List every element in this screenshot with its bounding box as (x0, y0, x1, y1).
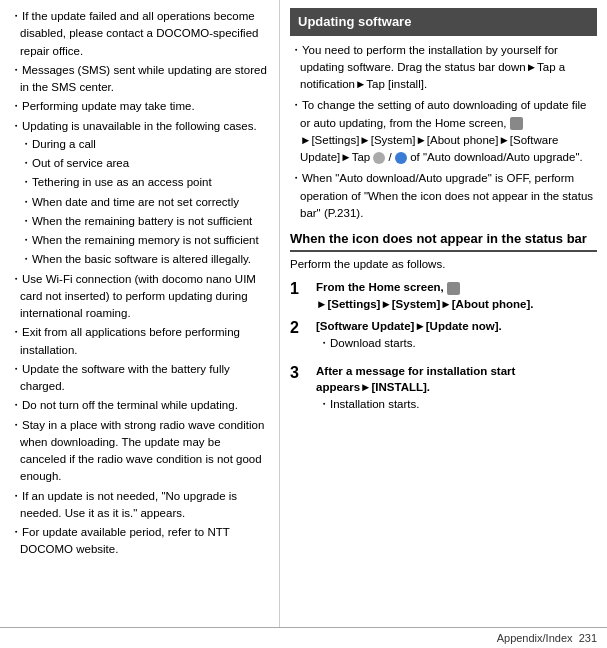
home-icon (510, 117, 523, 130)
bullet-item: You need to perform the installation by … (290, 42, 597, 94)
step-sub-item-3: Installation starts. (318, 396, 597, 412)
list-item: Stay in a place with strong radio wave c… (10, 417, 269, 486)
footer-label: Appendix/Index (497, 632, 573, 644)
perform-text: Perform the update as follows. (290, 256, 597, 273)
list-item: If an update is not needed, "No upgrade … (10, 488, 269, 523)
sub-list-item: When the remaining memory is not suffici… (20, 232, 269, 249)
step-number-3: 3 (290, 363, 310, 384)
footer-page: 231 (579, 632, 597, 644)
step-row-1: 1 From the Home screen, ►[Settings]►[Sys… (290, 279, 597, 311)
step-sub-item-2: Download starts. (318, 335, 597, 351)
step-text-3: After a message for installation start a… (316, 365, 515, 393)
home-icon-step (447, 282, 460, 295)
step-content-2: [Software Update]►[Update now]. Download… (316, 318, 597, 357)
subheader: When the icon does not appear in the sta… (290, 230, 597, 252)
sub-list-item: During a call (20, 136, 269, 153)
subheader-text: When the icon does not appear in the sta… (290, 231, 587, 246)
list-item: Exit from all applications before perfor… (10, 324, 269, 359)
step-content-3: After a message for installation start a… (316, 363, 597, 418)
list-item: For update available period, refer to NT… (10, 524, 269, 559)
step-text-2: [Software Update]►[Update now]. (316, 320, 502, 332)
step-number-1: 1 (290, 279, 310, 300)
step-row-2: 2 [Software Update]►[Update now]. Downlo… (290, 318, 597, 357)
list-item: Use Wi-Fi connection (with docomo nano U… (10, 271, 269, 323)
list-item: Messages (SMS) sent while updating are s… (10, 62, 269, 97)
toggle-off-icon (373, 152, 385, 164)
step-content-1: From the Home screen, ►[Settings]►[Syste… (316, 279, 597, 311)
left-list: If the update failed and all operations … (10, 8, 269, 559)
sub-list: During a call Out of service area Tether… (20, 136, 269, 269)
sub-list-item: Tethering in use as an access point (20, 174, 269, 191)
list-item: Update the software with the battery ful… (10, 361, 269, 396)
sub-list-item: Out of service area (20, 155, 269, 172)
footer: Appendix/Index 231 (0, 627, 607, 648)
main-content: If the update failed and all operations … (0, 0, 607, 627)
left-column: If the update failed and all operations … (0, 0, 280, 627)
list-item: If the update failed and all operations … (10, 8, 269, 60)
list-item: Updating is unavailable in the following… (10, 118, 269, 269)
step-sub-2: Download starts. (316, 335, 597, 351)
sub-list-item: When the remaining battery is not suffic… (20, 213, 269, 230)
sub-list-item: When the basic software is altered illeg… (20, 251, 269, 268)
step-row-3: 3 After a message for installation start… (290, 363, 597, 418)
list-item: Do not turn off the terminal while updat… (10, 397, 269, 414)
list-item: Performing update may take time. (10, 98, 269, 115)
bullet-item: When "Auto download/Auto upgrade" is OFF… (290, 170, 597, 222)
step-number-2: 2 (290, 318, 310, 339)
step-text-1: From the Home screen, ►[Settings]►[Syste… (316, 281, 534, 309)
bullet-item: To change the setting of auto downloadin… (290, 97, 597, 166)
right-bullets: You need to perform the installation by … (290, 42, 597, 223)
steps-container: 1 From the Home screen, ►[Settings]►[Sys… (290, 279, 597, 418)
sub-list-item: When date and time are not set correctly (20, 194, 269, 211)
step-sub-3: Installation starts. (316, 396, 597, 412)
section-header-text: Updating software (298, 14, 411, 29)
toggle-on-icon (395, 152, 407, 164)
right-column: Updating software You need to perform th… (280, 0, 607, 627)
section-header: Updating software (290, 8, 597, 36)
